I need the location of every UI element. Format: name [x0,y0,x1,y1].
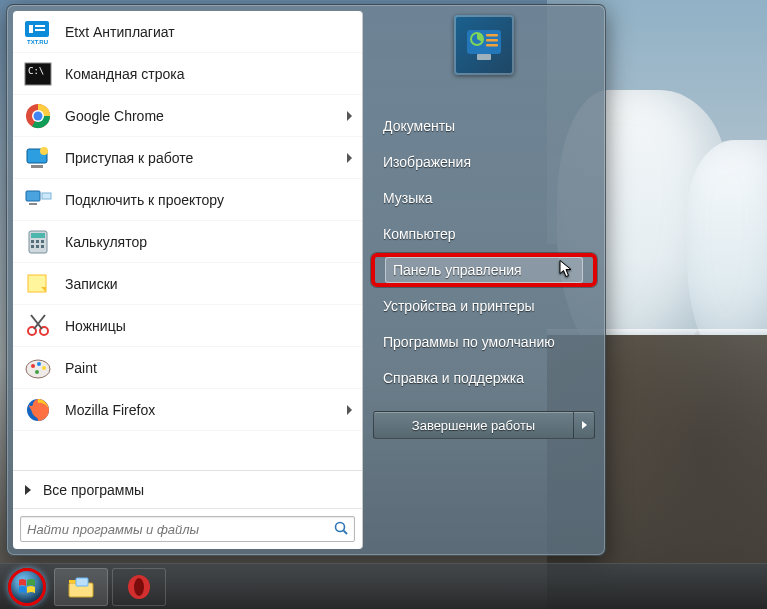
svg-rect-19 [36,240,39,243]
svg-rect-17 [31,233,45,238]
program-item-cmd[interactable]: C:\ Командная строка [13,53,362,95]
program-item-label: Командная строка [65,66,184,82]
windows-logo-icon [17,577,37,597]
right-link-label: Изображения [383,154,471,170]
program-item-label: Приступая к работе [65,150,193,166]
svg-rect-40 [486,39,498,42]
right-link-documents[interactable]: Документы [373,109,595,143]
program-item-label: Записки [65,276,118,292]
svg-point-12 [40,147,48,155]
all-programs-label: Все программы [43,482,144,498]
getting-started-icon [23,143,53,173]
control-panel-icon [463,24,505,66]
svg-rect-2 [35,25,45,27]
search-box[interactable] [20,516,355,542]
program-item-label: Mozilla Firefox [65,402,155,418]
program-item-projector[interactable]: Подключить к проектору [13,179,362,221]
svg-rect-39 [486,34,498,37]
shutdown-options-button[interactable] [573,411,595,439]
svg-point-35 [336,522,345,531]
right-link-help-support[interactable]: Справка и поддержка [373,361,595,395]
program-item-calculator[interactable]: Калькулятор [13,221,362,263]
svg-point-31 [37,362,41,366]
svg-rect-24 [28,275,46,292]
program-item-paint[interactable]: Paint [13,347,362,389]
svg-rect-44 [76,578,88,586]
svg-point-30 [31,364,35,368]
submenu-arrow-icon [347,111,352,121]
svg-rect-14 [42,193,51,199]
taskbar [0,563,767,609]
right-link-label: Справка и поддержка [383,370,524,386]
calculator-icon [23,227,53,257]
svg-rect-21 [31,245,34,248]
cmd-icon: C:\ [23,59,53,89]
program-item-label: Paint [65,360,97,376]
right-link-pictures[interactable]: Изображения [373,145,595,179]
triangle-right-icon [25,485,31,495]
firefox-icon [23,395,53,425]
svg-rect-3 [35,29,45,31]
svg-point-46 [134,578,144,596]
start-menu: TXT.RU Etxt Антиплагиат C:\ Командная ст… [6,4,606,556]
all-programs-button[interactable]: Все программы [13,470,362,508]
profile-picture[interactable] [454,15,514,75]
right-link-label: Устройства и принтеры [383,298,535,314]
program-item-label: Google Chrome [65,108,164,124]
svg-point-9 [34,111,43,120]
right-link-label: Программы по умолчанию [383,334,555,350]
program-item-snipping-tool[interactable]: Ножницы [13,305,362,347]
program-item-sticky-notes[interactable]: Записки [13,263,362,305]
program-item-label: Ножницы [65,318,126,334]
right-link-music[interactable]: Музыка [373,181,595,215]
sticky-notes-icon [23,269,53,299]
search-icon [334,521,348,538]
svg-rect-13 [26,191,40,201]
projector-icon [23,185,53,215]
program-item-etxt[interactable]: TXT.RU Etxt Антиплагиат [13,11,362,53]
folder-icon [67,575,95,599]
shutdown-button[interactable]: Завершение работы [373,411,573,439]
right-link-control-panel[interactable]: Панель управления [371,253,597,287]
program-item-chrome[interactable]: Google Chrome [13,95,362,137]
svg-rect-22 [36,245,39,248]
program-item-label: Etxt Антиплагиат [65,24,175,40]
right-link-default-programs[interactable]: Программы по умолчанию [373,325,595,359]
opera-icon [126,574,152,600]
svg-point-33 [35,370,39,374]
triangle-right-icon [582,421,587,429]
start-menu-left: TXT.RU Etxt Антиплагиат C:\ Командная ст… [13,11,363,549]
shutdown-label: Завершение работы [412,418,535,433]
cursor-icon [559,260,575,281]
right-link-label: Панель управления [393,262,522,278]
taskbar-explorer-button[interactable] [54,568,108,606]
svg-rect-42 [477,54,491,60]
etxt-icon: TXT.RU [23,17,53,47]
program-item-firefox[interactable]: Mozilla Firefox [13,389,362,431]
start-button[interactable] [4,564,50,610]
desktop: TXT.RU Etxt Антиплагиат C:\ Командная ст… [0,0,767,609]
taskbar-opera-button[interactable] [112,568,166,606]
svg-line-36 [344,530,348,534]
chrome-icon [23,101,53,131]
program-item-getting-started[interactable]: Приступая к работе [13,137,362,179]
search-input[interactable] [27,522,334,537]
search-area [13,508,362,549]
svg-text:C:\: C:\ [28,66,44,76]
svg-rect-23 [41,245,44,248]
program-item-label: Калькулятор [65,234,147,250]
right-link-computer[interactable]: Компьютер [373,217,595,251]
program-item-label: Подключить к проектору [65,192,224,208]
scissors-icon [23,311,53,341]
svg-rect-11 [31,165,43,168]
svg-text:TXT.RU: TXT.RU [27,39,48,45]
svg-point-32 [42,366,46,370]
right-link-label: Документы [383,118,455,134]
svg-rect-20 [41,240,44,243]
start-menu-right: Документы Изображения Музыка Компьютер П… [363,5,605,555]
svg-rect-1 [29,25,33,33]
right-link-label: Музыка [383,190,433,206]
program-list: TXT.RU Etxt Антиплагиат C:\ Командная ст… [13,11,362,470]
right-link-devices-printers[interactable]: Устройства и принтеры [373,289,595,323]
submenu-arrow-icon [347,405,352,415]
